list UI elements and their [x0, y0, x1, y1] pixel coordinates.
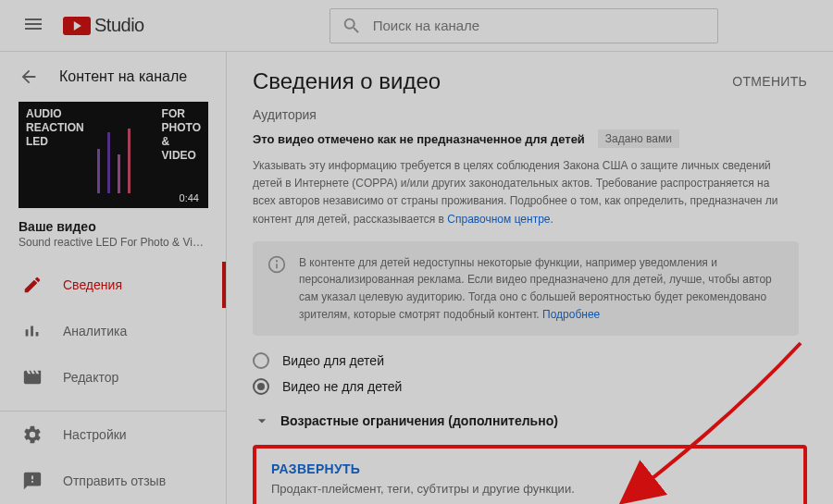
logo-text: Studio	[94, 15, 144, 36]
video-title: Sound reactive LED For Photo & Vid…	[19, 236, 207, 249]
search-icon	[342, 16, 362, 36]
search-input[interactable]	[373, 18, 706, 33]
show-more-subtitle: Продакт-плейсмент, теги, субтитры и друг…	[271, 482, 789, 496]
pencil-icon	[22, 275, 43, 295]
page-title: Сведения о видео	[253, 68, 441, 94]
audience-badge: Задано вами	[598, 129, 679, 148]
radio-not-for-kids[interactable]: Видео не для детей	[253, 378, 807, 395]
main-content: Сведения о видео ОТМЕНИТЬ Аудитория Это …	[227, 52, 833, 504]
sidebar-item-label: Отправить отзыв	[63, 473, 166, 488]
video-thumbnail[interactable]: AUDIO REACTION LED FOR PHOTO & VIDEO 0:4…	[19, 102, 208, 208]
gear-icon	[22, 424, 43, 445]
age-restriction-label: Возрастные ограничения (дополнительно)	[280, 413, 558, 428]
sidebar-item-label: Аналитика	[63, 324, 127, 338]
your-video-heading: Ваше видео	[19, 219, 207, 234]
sidebar-item-feedback[interactable]: Отправить отзыв	[0, 458, 226, 504]
sidebar-item-settings[interactable]: Настройки	[0, 412, 226, 458]
sidebar-item-editor[interactable]: Редактор	[0, 354, 226, 400]
radio-icon	[253, 352, 269, 369]
radio-label: Видео не для детей	[282, 379, 402, 394]
arrow-left-icon	[19, 67, 39, 87]
radio-label: Видео для детей	[282, 353, 384, 368]
chevron-down-icon	[253, 412, 271, 430]
learn-more-link[interactable]: Подробнее	[542, 308, 600, 321]
help-link[interactable]: Справочном центре	[447, 213, 550, 226]
thumb-text-right: FOR PHOTO & VIDEO	[162, 107, 201, 163]
show-more-button[interactable]: РАЗВЕРНУТЬ	[271, 461, 789, 476]
radio-for-kids[interactable]: Видео для детей	[253, 352, 807, 369]
thumb-duration: 0:44	[176, 191, 203, 204]
logo[interactable]: Studio	[63, 15, 144, 36]
youtube-icon	[63, 17, 91, 35]
sidebar-item-analytics[interactable]: Аналитика	[0, 308, 226, 354]
sidebar-item-label: Редактор	[63, 370, 118, 385]
svg-point-2	[277, 261, 278, 262]
sidebar: Контент на канале AUDIO REACTION LED FOR…	[0, 52, 227, 504]
age-restriction-toggle[interactable]: Возрастные ограничения (дополнительно)	[253, 412, 807, 430]
sidebar-item-details[interactable]: Сведения	[0, 262, 226, 308]
audience-status: Это видео отмечено как не предназначенно…	[253, 132, 585, 146]
radio-icon	[253, 378, 269, 395]
show-more-box[interactable]: РАЗВЕРНУТЬ Продакт-плейсмент, теги, субт…	[253, 445, 807, 504]
audience-description: Указывать эту информацию требуется в цел…	[253, 157, 789, 228]
audience-heading: Аудитория	[253, 107, 807, 122]
top-header: Studio	[0, 0, 833, 52]
sidebar-item-label: Сведения	[63, 277, 122, 292]
info-box: В контенте для детей недоступны некоторы…	[253, 241, 799, 336]
back-button[interactable]: Контент на канале	[0, 52, 226, 102]
feedback-icon	[22, 471, 43, 491]
thumb-visualizer	[97, 129, 131, 193]
editor-icon	[22, 367, 43, 387]
analytics-icon	[22, 321, 43, 341]
cancel-button[interactable]: ОТМЕНИТЬ	[732, 74, 807, 89]
sidebar-item-label: Настройки	[63, 427, 127, 442]
search-box[interactable]	[329, 8, 718, 43]
info-icon	[267, 255, 286, 274]
back-title: Контент на канале	[59, 68, 187, 85]
thumb-text-left: AUDIO REACTION LED	[26, 107, 84, 149]
menu-icon[interactable]	[15, 6, 52, 46]
